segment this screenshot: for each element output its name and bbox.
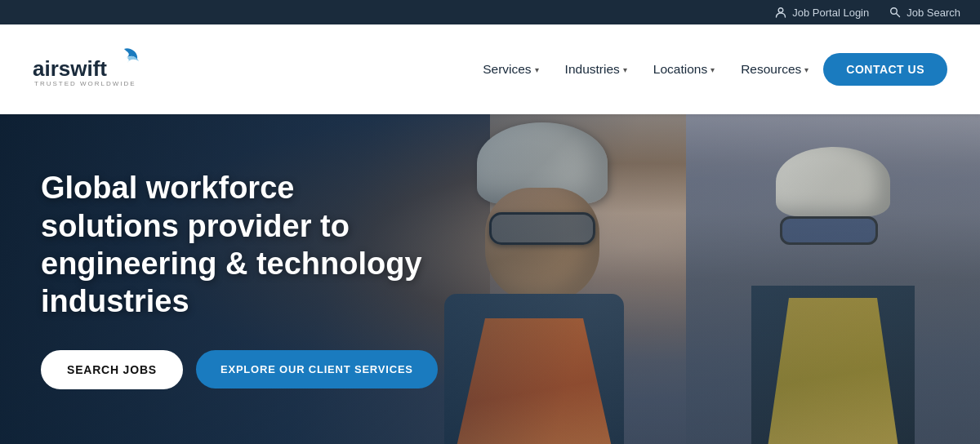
svg-line-2 — [897, 14, 900, 17]
hero-buttons: SEARCH JOBS EXPLORE OUR CLIENT SERVICES — [41, 350, 433, 389]
svg-text:airswift: airswift — [33, 56, 107, 81]
nav-industries[interactable]: Industries ▾ — [554, 56, 639, 83]
chevron-down-icon: ▾ — [623, 65, 627, 74]
nav-resources[interactable]: Resources ▾ — [729, 56, 820, 83]
top-bar: Job Portal Login Job Search — [0, 0, 980, 24]
contact-us-button[interactable]: CONTACT US — [823, 53, 947, 86]
svg-text:TRUSTED WORLDWIDE: TRUSTED WORLDWIDE — [34, 80, 136, 87]
person-icon — [774, 6, 787, 19]
header: airswift TRUSTED WORLDWIDE Services ▾ In… — [0, 24, 980, 114]
job-search-label: Job Search — [906, 7, 960, 19]
explore-client-services-button[interactable]: EXPLORE OUR CLIENT SERVICES — [196, 350, 438, 388]
chevron-down-icon: ▾ — [710, 65, 715, 74]
svg-point-0 — [778, 8, 783, 13]
hero-title: Global workforce solutions provider to e… — [41, 169, 433, 320]
search-jobs-button[interactable]: SEARCH JOBS — [41, 350, 183, 389]
nav-locations[interactable]: Locations ▾ — [642, 56, 726, 83]
hero-content: Global workforce solutions provider to e… — [0, 114, 474, 444]
hero-section: Global workforce solutions provider to e… — [0, 114, 980, 444]
chevron-down-icon: ▾ — [535, 65, 539, 74]
search-icon — [889, 6, 902, 19]
job-portal-login-label: Job Portal Login — [792, 7, 869, 19]
chevron-down-icon: ▾ — [804, 65, 808, 74]
main-nav: Services ▾ Industries ▾ Locations ▾ Reso… — [471, 53, 947, 86]
logo[interactable]: airswift TRUSTED WORLDWIDE — [33, 45, 151, 94]
nav-services[interactable]: Services ▾ — [471, 56, 550, 83]
job-portal-login-link[interactable]: Job Portal Login — [774, 6, 869, 19]
job-search-link[interactable]: Job Search — [889, 6, 960, 19]
